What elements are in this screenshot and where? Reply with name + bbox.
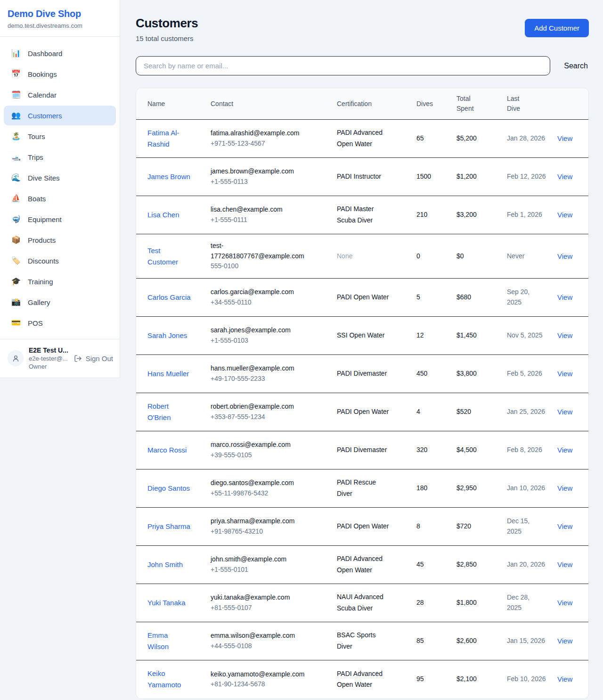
- view-customer-link[interactable]: View: [557, 675, 572, 683]
- customer-dives: 8: [411, 508, 451, 546]
- sidebar-item-discounts[interactable]: 🏷️ Discounts: [4, 251, 116, 271]
- column-header-certification: Certification: [331, 88, 411, 120]
- customer-last-dive: Dec 28, 2025: [501, 584, 552, 622]
- view-customer-link[interactable]: View: [557, 522, 572, 530]
- sidebar-item-bookings[interactable]: 📅 Bookings: [4, 64, 116, 84]
- page-title-block: Customers 15 total customers: [136, 16, 198, 42]
- table-row: Yuki Tanaka yuki.tanaka@example.com +81-…: [136, 584, 588, 622]
- customer-name-link[interactable]: Carlos Garcia: [147, 292, 191, 303]
- view-customer-link[interactable]: View: [557, 599, 572, 607]
- customer-name-link[interactable]: Test Customer: [147, 245, 191, 268]
- sidebar-item-equipment[interactable]: 🤿 Equipment: [4, 209, 116, 229]
- customer-name-link[interactable]: Lisa Chen: [147, 209, 179, 221]
- customer-last-dive: Jan 10, 2026: [501, 469, 552, 508]
- view-customer-link[interactable]: View: [557, 173, 572, 181]
- customer-dives: 5: [411, 279, 451, 317]
- table-row: John Smith john.smith@example.com +1-555…: [136, 546, 588, 584]
- customer-phone: 555-0100: [211, 261, 326, 272]
- customer-name-link[interactable]: Marco Rossi: [147, 445, 187, 456]
- column-header-total-spent: Total Spent: [451, 88, 501, 120]
- view-customer-link[interactable]: View: [557, 484, 572, 492]
- customer-name-link[interactable]: Yuki Tanaka: [147, 597, 186, 609]
- customer-dives: 0: [411, 234, 451, 279]
- customer-name-link[interactable]: James Brown: [147, 171, 190, 182]
- view-customer-link[interactable]: View: [557, 252, 572, 260]
- customer-name-link[interactable]: Keiko Yamamoto: [147, 668, 191, 691]
- table-row: Lisa Chen lisa.chen@example.com +1-555-0…: [136, 196, 588, 234]
- customer-dives: 95: [411, 660, 451, 699]
- view-customer-link[interactable]: View: [557, 408, 572, 416]
- customer-email: fatima.alrashid@example.com: [211, 128, 300, 139]
- customer-phone: +91-98765-43210: [211, 527, 326, 537]
- sidebar-item-gallery[interactable]: 📸 Gallery: [4, 292, 116, 312]
- island-icon: 🏝️: [10, 132, 22, 140]
- view-customer-link[interactable]: View: [557, 293, 572, 301]
- search-input[interactable]: [136, 56, 550, 75]
- customer-name-link[interactable]: Robert O'Brien: [147, 401, 191, 423]
- customer-phone: +44-555-0108: [211, 641, 326, 651]
- customer-name-link[interactable]: John Smith: [147, 559, 183, 570]
- sidebar-item-dive-sites[interactable]: 🌊 Dive Sites: [4, 168, 116, 188]
- view-customer-link[interactable]: View: [557, 370, 572, 378]
- customer-dives: 320: [411, 431, 451, 469]
- customer-phone: +353-87-555-1234: [211, 412, 326, 422]
- sidebar-item-dashboard[interactable]: 📊 Dashboard: [4, 43, 116, 63]
- customer-name-link[interactable]: Priya Sharma: [147, 521, 190, 532]
- bar-chart-icon: 📊: [10, 49, 22, 57]
- table-header: Name Contact Certification Dives Total S…: [136, 88, 588, 120]
- customer-name-link[interactable]: Hans Mueller: [147, 368, 189, 379]
- customer-dives: 65: [411, 120, 451, 158]
- view-customer-link[interactable]: View: [557, 134, 572, 142]
- customer-email: diego.santos@example.com: [211, 478, 294, 488]
- view-customer-link[interactable]: View: [557, 637, 572, 645]
- view-customer-link[interactable]: View: [557, 211, 572, 219]
- camera-flash-icon: 📸: [10, 298, 22, 306]
- view-customer-link[interactable]: View: [557, 446, 572, 454]
- customer-certification: PADI Master Scuba Diver: [337, 204, 392, 226]
- customer-last-dive: Feb 8, 2026: [501, 431, 552, 469]
- customer-phone: +39-555-0105: [211, 450, 326, 461]
- customer-name-link[interactable]: Sarah Jones: [147, 330, 187, 341]
- add-customer-button[interactable]: Add Customer: [525, 19, 589, 37]
- shop-name: Demo Dive Shop: [8, 8, 112, 19]
- table-row: Keiko Yamamoto keiko.yamamoto@example.co…: [136, 660, 588, 699]
- sign-out-button[interactable]: Sign Out: [74, 354, 113, 362]
- calendar-date-icon: 📅: [10, 70, 22, 78]
- sidebar-item-training[interactable]: 🎓 Training: [4, 272, 116, 291]
- sidebar-item-customers[interactable]: 👥 Customers: [4, 106, 116, 125]
- customer-total-spent: $1,450: [451, 317, 501, 355]
- table-row: Priya Sharma priya.sharma@example.com +9…: [136, 508, 588, 546]
- table-row: Carlos Garcia carlos.garcia@example.com …: [136, 279, 588, 317]
- sidebar-item-pos[interactable]: 💳 POS: [4, 313, 116, 333]
- view-customer-link[interactable]: View: [557, 560, 572, 568]
- shop-domain: demo.test.divestreams.com: [8, 22, 112, 29]
- sidebar-item-calendar[interactable]: 🗓️ Calendar: [4, 85, 116, 105]
- customer-certification: PADI Open Water: [337, 521, 389, 532]
- customer-total-spent: $2,600: [451, 622, 501, 660]
- customer-certification: PADI Open Water: [337, 292, 389, 303]
- customer-phone: +1-555-0103: [211, 336, 326, 346]
- sidebar-item-trips[interactable]: 🛥️ Trips: [4, 147, 116, 167]
- customer-email: test-1772681807767@example.com: [211, 241, 316, 261]
- customer-total-spent: $1,800: [451, 584, 501, 622]
- view-customer-link[interactable]: View: [557, 331, 572, 339]
- customer-total-spent: $5,200: [451, 120, 501, 158]
- customer-name-link[interactable]: Diego Santos: [147, 483, 190, 494]
- customer-dives: 210: [411, 196, 451, 234]
- table-row: Diego Santos diego.santos@example.com +5…: [136, 469, 588, 508]
- customer-email: robert.obrien@example.com: [211, 402, 294, 412]
- customers-table-card: Name Contact Certification Dives Total S…: [136, 88, 589, 699]
- customer-name-link[interactable]: Fatima Al-Rashid: [147, 127, 191, 150]
- customer-phone: +49-170-555-2233: [211, 374, 326, 384]
- customer-name-link[interactable]: Emma Wilson: [147, 630, 191, 652]
- sidebar-item-products[interactable]: 📦 Products: [4, 230, 116, 250]
- sidebar-item-tours[interactable]: 🏝️ Tours: [4, 126, 116, 146]
- customer-certification: PADI Advanced Open Water: [337, 668, 392, 691]
- user-info: E2E Test U... e2e-tester@... Owner: [29, 346, 74, 371]
- customer-phone: +34-555-0110: [211, 297, 326, 308]
- search-button[interactable]: Search: [563, 58, 589, 74]
- user-email: e2e-tester@...: [29, 354, 74, 363]
- customer-phone: +55-11-99876-5432: [211, 488, 326, 499]
- table-row: Fatima Al-Rashid fatima.alrashid@example…: [136, 120, 588, 158]
- sidebar-item-boats[interactable]: ⛵ Boats: [4, 189, 116, 208]
